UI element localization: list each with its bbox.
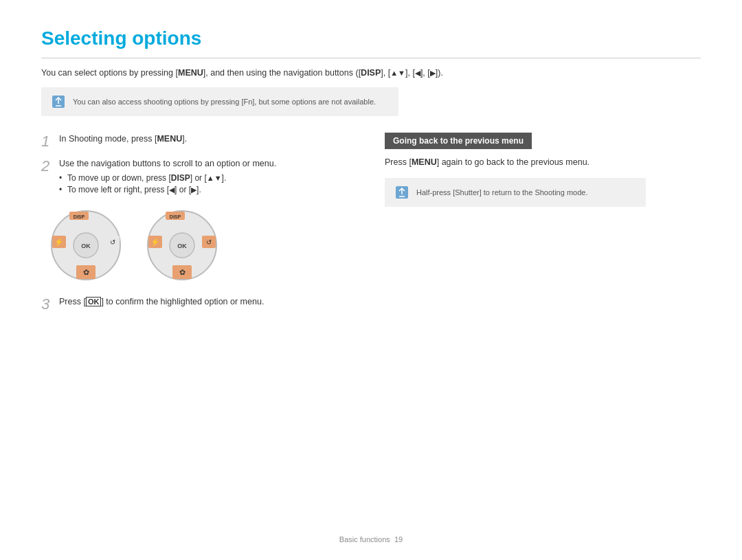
svg-text:✿: ✿: [179, 268, 186, 276]
svg-text:↺: ↺: [110, 238, 115, 246]
right-column: Going back to the previous menu Press [M…: [385, 133, 701, 321]
bullet-1: To move up or down, press [DISP] or [▲▼]…: [59, 173, 276, 183]
page-title: Selecting options: [41, 27, 701, 49]
svg-text:⚡: ⚡: [54, 237, 64, 247]
dial-1: DISP ⚡ ↺ ✿ OK: [48, 208, 124, 283]
step-2-number: 2: [41, 157, 54, 175]
svg-text:↺: ↺: [206, 238, 212, 246]
dial-2: DISP ⚡ ↺ ✿ OK: [144, 208, 220, 283]
note-text-top: You can also access shooting options by …: [73, 98, 376, 106]
step-1-text: In Shooting mode, press [MENU].: [59, 133, 187, 146]
svg-text:OK: OK: [81, 243, 91, 249]
step-2-text: Use the navigation buttons to scroll to …: [59, 157, 276, 170]
svg-text:OK: OK: [177, 243, 187, 249]
note-box-right: Half-press [Shutter] to return to the Sh…: [385, 178, 646, 207]
footer-page-num: 19: [394, 535, 403, 544]
two-col-layout: 1 In Shooting mode, press [MENU]. 2 Use …: [41, 133, 701, 321]
svg-text:✿: ✿: [83, 268, 89, 276]
step-1-number: 1: [41, 133, 54, 150]
step-2-content: Use the navigation buttons to scroll to …: [59, 157, 276, 197]
svg-text:DISP: DISP: [170, 214, 181, 219]
footer-text: Basic functions: [339, 535, 390, 544]
step-2-bullets: To move up or down, press [DISP] or [▲▼]…: [59, 173, 276, 194]
title-divider: [41, 58, 701, 58]
step-3-text: Press [OK] to confirm the highlighted op…: [59, 295, 264, 309]
note-text-right: Half-press [Shutter] to return to the Sh…: [416, 188, 587, 197]
svg-text:DISP: DISP: [74, 214, 85, 219]
press-back-text: Press [MENU] again to go back to the pre…: [385, 157, 701, 167]
note-box-top: You can also access shooting options by …: [41, 87, 398, 116]
dial-diagrams: DISP ⚡ ↺ ✿ OK: [48, 208, 357, 283]
bullet-2: To move left or right, press [◀] or [▶].: [59, 185, 276, 194]
intro-text: You can select options by pressing [MENU…: [41, 68, 701, 78]
page-footer: Basic functions 19: [0, 535, 742, 544]
note-icon-right: [394, 185, 409, 200]
step-3: 3 Press [OK] to confirm the highlighted …: [41, 295, 357, 313]
step-3-number: 3: [41, 295, 54, 313]
svg-text:⚡: ⚡: [150, 237, 160, 247]
step-1: 1 In Shooting mode, press [MENU].: [41, 133, 357, 150]
note-icon: [51, 94, 66, 109]
left-column: 1 In Shooting mode, press [MENU]. 2 Use …: [41, 133, 357, 321]
step-2: 2 Use the navigation buttons to scroll t…: [41, 157, 357, 197]
section-header: Going back to the previous menu: [385, 133, 532, 149]
